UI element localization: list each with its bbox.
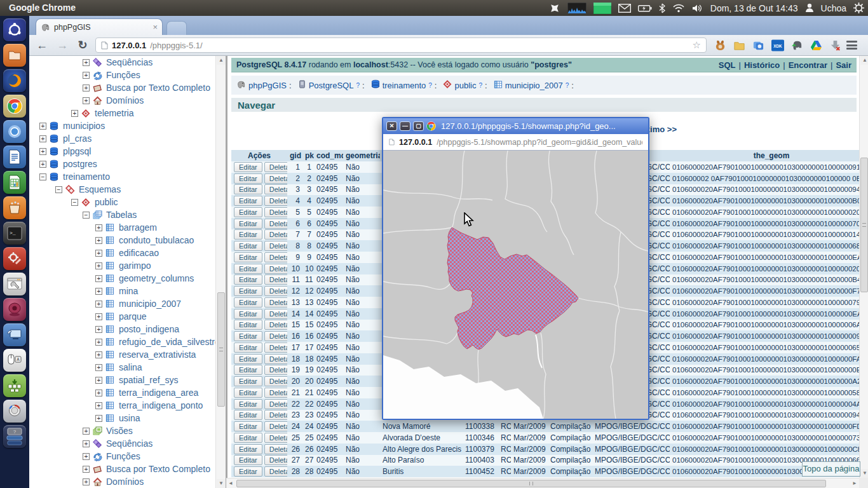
expand-toggle-icon[interactable]: + xyxy=(95,415,102,422)
remote-desktop-icon[interactable] xyxy=(3,323,26,346)
edit-button[interactable]: Editar xyxy=(234,365,262,375)
edit-button[interactable]: Editar xyxy=(234,455,262,465)
tree-item-conduto_tubulacao[interactable]: + conduto_tubulacao xyxy=(29,234,215,247)
delete-button[interactable]: Deletar xyxy=(264,354,287,364)
main-horizontal-scrollbar[interactable]: ◄ ► xyxy=(226,478,859,488)
expand-toggle-icon[interactable]: + xyxy=(83,97,90,104)
file-manager-icon[interactable] xyxy=(3,44,26,67)
battery-icon[interactable] xyxy=(638,4,652,12)
edit-button[interactable]: Editar xyxy=(234,229,262,240)
scroll-down-icon[interactable]: ▼ xyxy=(217,479,226,488)
tree-item-seq-ncias[interactable]: + Seqüências xyxy=(29,56,215,69)
tree-item-barragem[interactable]: + barragem xyxy=(29,221,215,234)
ext-download-icon[interactable] xyxy=(829,39,841,51)
delete-button[interactable]: Deletar xyxy=(264,466,287,477)
tree-item-terra_indigena_area[interactable]: + terra_indigena_area xyxy=(29,386,215,399)
help-link[interactable]: ? xyxy=(356,82,360,89)
expand-toggle-icon[interactable]: + xyxy=(83,478,90,485)
expand-toggle-icon[interactable]: + xyxy=(95,237,102,244)
tree-item-salina[interactable]: + salina xyxy=(29,361,215,374)
delete-button[interactable]: Deletar xyxy=(264,410,287,420)
bluetooth-icon[interactable] xyxy=(659,3,665,13)
tree-item-posto_indigena[interactable]: + posto_indigena xyxy=(29,323,215,336)
edit-button[interactable]: Editar xyxy=(234,320,262,330)
new-tab-button[interactable] xyxy=(166,21,187,35)
help-link[interactable]: ? xyxy=(428,82,432,89)
expand-toggle-icon[interactable]: + xyxy=(95,390,102,396)
delete-button[interactable]: Deletar xyxy=(264,455,287,465)
delete-button[interactable]: Deletar xyxy=(264,388,287,398)
clock[interactable]: Dom, 13 de Out 14:43 xyxy=(710,3,798,13)
menu-icon[interactable] xyxy=(846,39,857,51)
edit-button[interactable]: Editar xyxy=(234,444,262,454)
edit-button[interactable]: Editar xyxy=(234,376,262,386)
expand-toggle-icon[interactable]: + xyxy=(83,59,90,66)
delete-button[interactable]: Deletar xyxy=(264,331,287,341)
delete-button[interactable]: Deletar xyxy=(264,173,287,184)
tree-item-busca-por-texto-completo[interactable]: + Busca por Texto Completo xyxy=(29,81,215,94)
software-center-icon[interactable] xyxy=(3,196,26,219)
tree-item-garimpo[interactable]: + garimpo xyxy=(29,259,215,272)
tree-item-vis-es[interactable]: + Visões xyxy=(29,424,215,437)
delete-button[interactable]: Deletar xyxy=(264,286,287,296)
tree-item-telemetria[interactable]: + telemetria xyxy=(29,107,215,119)
delete-button[interactable]: Deletar xyxy=(264,433,287,443)
writer-icon[interactable] xyxy=(3,146,26,168)
expand-toggle-icon[interactable]: + xyxy=(71,110,78,117)
tree-item-terra_indigena_ponto[interactable]: + terra_indigena_ponto xyxy=(29,399,215,412)
tray-x-icon[interactable] xyxy=(549,3,560,14)
delete-button[interactable]: Deletar xyxy=(264,184,287,194)
workspace-stack-icon[interactable]: ? xyxy=(3,425,26,448)
keyboard-tool-icon[interactable] xyxy=(3,374,26,397)
session-gear-icon[interactable] xyxy=(853,3,864,13)
tree-item-municipio_2007[interactable]: + municipio_2007 xyxy=(29,297,215,310)
reload-button[interactable]: ↻ xyxy=(75,38,90,52)
tree-item-edificacao[interactable]: + edificacao xyxy=(29,247,215,259)
collapse-toggle-icon[interactable]: − xyxy=(55,186,62,193)
popup-maximize-icon[interactable]: ▢ xyxy=(413,121,424,131)
tree-item-fun-es[interactable]: + Funções xyxy=(29,450,215,463)
delete-button[interactable]: Deletar xyxy=(264,297,287,308)
main-vertical-scrollbar[interactable]: ▲ ▼ xyxy=(859,56,868,478)
tree-item-spatial_ref_sys[interactable]: + spatial_ref_sys xyxy=(29,374,215,386)
ext-evernote-icon[interactable] xyxy=(791,39,803,51)
delete-button[interactable]: Deletar xyxy=(264,399,287,409)
expand-toggle-icon[interactable]: + xyxy=(95,262,102,269)
tree-item-dom-nios[interactable]: + Domínios xyxy=(29,94,215,107)
breadcrumb-item-public[interactable]: public?: xyxy=(443,79,491,91)
input-settings-icon[interactable]: A xyxy=(3,349,26,372)
tree-item-mina[interactable]: + mina xyxy=(29,285,215,297)
collapse-toggle-icon[interactable]: − xyxy=(71,199,78,206)
expand-toggle-icon[interactable]: + xyxy=(95,224,102,231)
delete-button[interactable]: Deletar xyxy=(264,264,287,274)
bookmark-star-icon[interactable]: ☆ xyxy=(693,39,701,51)
edit-button[interactable]: Editar xyxy=(234,196,262,206)
expand-toggle-icon[interactable]: + xyxy=(95,351,102,358)
edit-button[interactable]: Editar xyxy=(234,354,262,364)
ext-photos-icon[interactable] xyxy=(752,39,764,51)
main-vscroll-thumb[interactable] xyxy=(860,158,868,292)
expand-toggle-icon[interactable]: + xyxy=(83,428,90,435)
delete-button[interactable]: Deletar xyxy=(264,196,287,206)
edit-button[interactable]: Editar xyxy=(234,162,262,172)
delete-button[interactable]: Deletar xyxy=(264,219,287,229)
collapse-toggle-icon[interactable]: − xyxy=(39,173,46,180)
edit-button[interactable]: Editar xyxy=(234,173,262,184)
tree-item-parque[interactable]: + parque xyxy=(29,310,215,323)
collapse-toggle-icon[interactable]: − xyxy=(83,212,90,219)
sidebar-scrollbar[interactable]: ▲ ▼ xyxy=(215,56,226,488)
tree-item-dom-nios[interactable]: + Domínios xyxy=(29,475,215,488)
tree-item-postgres[interactable]: + postgres xyxy=(29,158,215,170)
expand-toggle-icon[interactable]: + xyxy=(39,135,46,142)
expand-toggle-icon[interactable]: + xyxy=(95,339,102,346)
back-to-top-link[interactable]: Topo da página xyxy=(802,461,860,477)
chromium-icon[interactable] xyxy=(3,120,26,143)
tree-item-busca-por-texto-completo[interactable]: + Busca por Texto Completo xyxy=(29,463,215,475)
system-monitor-icon[interactable] xyxy=(567,3,587,14)
forward-button[interactable]: → xyxy=(55,39,70,52)
mail-icon[interactable] xyxy=(618,4,631,13)
delete-button[interactable]: Deletar xyxy=(264,274,287,285)
expand-toggle-icon[interactable]: + xyxy=(39,148,46,155)
expand-toggle-icon[interactable]: + xyxy=(83,453,90,460)
tree-item-plpgsql[interactable]: + plpgsql xyxy=(29,145,215,158)
